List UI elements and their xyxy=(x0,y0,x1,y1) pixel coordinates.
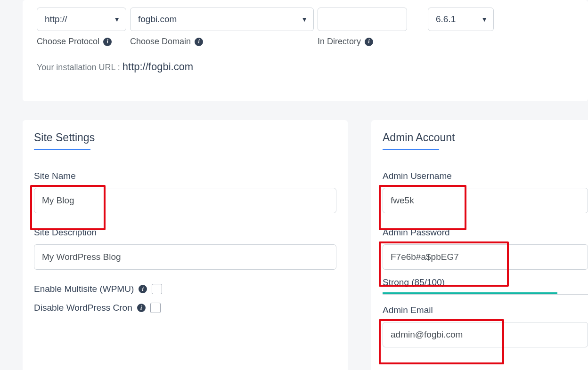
software-setup-card: http:// ▼ fogbi.com ▼ 6.6.1 ▼ Choose Pro… xyxy=(23,0,588,101)
protocol-label: Choose Protocol i xyxy=(37,37,126,47)
chevron-down-icon: ▼ xyxy=(114,16,120,23)
admin-pass-input[interactable] xyxy=(383,244,588,270)
card-title: Site Settings xyxy=(34,131,336,144)
password-strength-fill xyxy=(383,292,557,294)
admin-email-highlight xyxy=(383,322,588,362)
directory-input[interactable] xyxy=(318,8,407,31)
multisite-row: Enable Multisite (WPMU) i xyxy=(34,284,336,294)
domain-label: Choose Domain i xyxy=(130,37,314,47)
info-icon[interactable]: i xyxy=(137,304,146,312)
setup-labels: Choose Protocol i Choose Domain i In Dir… xyxy=(37,37,574,47)
site-settings-card: Site Settings Site Name Site Description… xyxy=(23,120,348,370)
admin-account-card: Admin Account Admin Username Admin Passw… xyxy=(371,120,588,370)
chevron-down-icon: ▼ xyxy=(301,16,308,23)
cron-label: Disable WordPress Cron xyxy=(34,303,132,313)
admin-user-input[interactable] xyxy=(383,188,588,213)
settings-row: Site Settings Site Name Site Description… xyxy=(23,120,588,370)
url-prefix: Your installation URL : xyxy=(37,63,122,72)
title-underline xyxy=(34,149,90,150)
site-desc-input[interactable] xyxy=(34,244,336,270)
version-select-value: 6.6.1 xyxy=(436,14,456,24)
protocol-label-text: Choose Protocol xyxy=(37,37,99,47)
domain-select[interactable]: fogbi.com ▼ xyxy=(130,8,314,31)
admin-user-highlight xyxy=(383,188,588,227)
site-name-label: Site Name xyxy=(34,171,336,181)
admin-email-label: Admin Email xyxy=(383,305,588,315)
info-icon[interactable]: i xyxy=(139,285,147,293)
directory-label: In Directory i xyxy=(318,37,407,47)
admin-pass-label: Admin Password xyxy=(383,227,588,238)
cron-row: Disable WordPress Cron i xyxy=(34,303,336,313)
version-select[interactable]: 6.6.1 ▼ xyxy=(428,8,494,31)
installation-url: http://fogbi.com xyxy=(122,61,193,72)
info-icon[interactable]: i xyxy=(195,38,203,46)
chevron-down-icon: ▼ xyxy=(481,16,488,23)
protocol-select[interactable]: http:// ▼ xyxy=(37,8,126,31)
info-icon[interactable]: i xyxy=(103,38,112,46)
admin-user-label: Admin Username xyxy=(383,171,588,181)
setup-row: http:// ▼ fogbi.com ▼ 6.6.1 ▼ xyxy=(37,0,574,31)
admin-pass-highlight xyxy=(383,244,588,284)
multisite-label: Enable Multisite (WPMU) xyxy=(34,284,134,294)
multisite-checkbox[interactable] xyxy=(152,284,162,294)
domain-select-value: fogbi.com xyxy=(138,14,177,24)
directory-label-text: In Directory xyxy=(318,37,361,47)
site-desc-label: Site Description xyxy=(34,227,336,238)
site-name-input[interactable] xyxy=(34,188,336,213)
protocol-select-value: http:// xyxy=(45,14,67,24)
title-underline xyxy=(383,149,439,150)
cron-checkbox[interactable] xyxy=(150,303,161,313)
installation-url-line: Your installation URL : http://fogbi.com xyxy=(37,61,574,73)
card-title: Admin Account xyxy=(383,131,588,144)
admin-email-input[interactable] xyxy=(383,322,588,347)
password-strength-bar xyxy=(383,292,588,295)
domain-label-text: Choose Domain xyxy=(130,37,191,47)
info-icon[interactable]: i xyxy=(365,38,373,46)
site-name-highlight xyxy=(34,188,336,227)
